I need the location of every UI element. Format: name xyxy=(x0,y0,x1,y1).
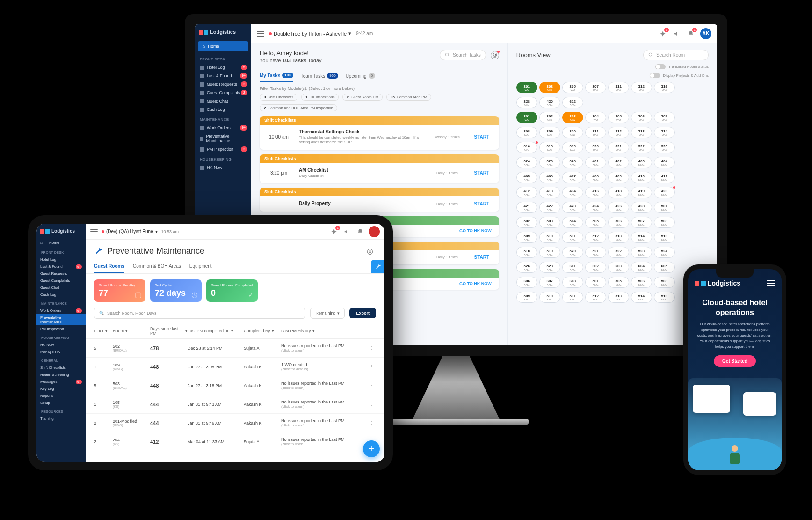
room-chip[interactable]: 306D/O xyxy=(631,112,652,123)
room-chip[interactable]: 328O/D xyxy=(516,97,537,108)
room-chip[interactable]: 524KNG xyxy=(654,247,675,258)
room-chip[interactable]: 303O/D xyxy=(539,82,560,93)
menu-icon[interactable] xyxy=(90,229,98,234)
room-chip[interactable]: 519KNG xyxy=(539,247,560,258)
tab-upcoming[interactable]: Upcoming0 xyxy=(346,70,375,82)
room-chip[interactable]: 308D/O xyxy=(516,127,537,138)
room-chip[interactable]: 320D/O xyxy=(585,142,606,153)
room-chip[interactable]: 424KNG xyxy=(585,202,606,213)
room-chip[interactable]: 612KNG xyxy=(562,97,583,108)
nav-item[interactable]: Cash Log xyxy=(195,105,251,114)
room-chip[interactable]: 526KNG xyxy=(516,262,537,273)
room-chip[interactable]: 528KNG xyxy=(539,262,560,273)
room-chip[interactable]: 516KNG xyxy=(654,232,675,243)
room-chip[interactable]: 301V/C xyxy=(516,82,537,93)
room-chip[interactable]: 521KNG xyxy=(585,247,606,258)
nav-item[interactable]: Guest Complaints2 xyxy=(195,88,251,97)
room-chip[interactable]: 411KNG xyxy=(654,172,675,183)
start-button[interactable]: START xyxy=(470,201,493,206)
search-tasks[interactable]: Search Tasks xyxy=(440,50,486,60)
toggle-translated[interactable]: Translated Room Status xyxy=(516,64,709,69)
room-chip[interactable]: 509KNG xyxy=(516,292,537,303)
room-chip[interactable]: 418KNG xyxy=(608,187,629,198)
room-chip[interactable]: 313D/O xyxy=(631,127,652,138)
room-chip[interactable]: 507KNG xyxy=(631,217,652,228)
room-chip[interactable]: 509KNG xyxy=(516,232,537,243)
room-chip[interactable]: 512KNG xyxy=(585,292,606,303)
rocket-icon[interactable]: 1 xyxy=(329,227,339,236)
col-last[interactable]: Last PM completed on ▾ xyxy=(188,326,244,336)
room-chip[interactable]: 318D/O xyxy=(539,142,560,153)
room-chip[interactable]: 409KNG xyxy=(608,172,629,183)
hotel-selector[interactable]: (Dev) (QA) Hyatt Pune▾ xyxy=(102,229,158,234)
col-days[interactable]: Days since last PM ▾ xyxy=(150,326,188,336)
room-chip[interactable]: 604KNG xyxy=(631,262,652,273)
filter-chip[interactable]: 95Common Area PM xyxy=(386,94,431,101)
room-chip[interactable]: 505KNG xyxy=(608,277,629,288)
room-chip[interactable]: 518KNG xyxy=(516,247,537,258)
room-chip[interactable]: 421KNG xyxy=(516,202,537,213)
room-chip[interactable]: 303O/C xyxy=(562,112,583,123)
room-chip[interactable]: 513KNG xyxy=(608,292,629,303)
room-chip[interactable]: 408KNG xyxy=(585,172,606,183)
room-chip[interactable]: 602KNG xyxy=(585,262,606,273)
nav-item[interactable]: Preventative Maintenance xyxy=(195,132,251,145)
room-chip[interactable]: 508KNG xyxy=(654,277,675,288)
menu-icon[interactable] xyxy=(257,31,264,37)
room-chip[interactable]: 419KNG xyxy=(631,187,652,198)
room-chip[interactable]: 502KNG xyxy=(516,217,537,228)
announce-icon[interactable] xyxy=(342,227,352,236)
pm-search-input[interactable]: 🔍Search Room, Floor, Days xyxy=(94,308,305,319)
room-chip[interactable]: 520KNG xyxy=(562,247,583,258)
nav-item[interactable]: Work Orders9+ xyxy=(195,124,251,132)
room-chip[interactable]: 420KNG xyxy=(654,187,675,198)
nav-home[interactable]: ⌂ Home xyxy=(36,238,86,247)
mentions-icon[interactable]: @ xyxy=(491,51,499,59)
room-chip[interactable]: 412KNG xyxy=(516,187,537,198)
nav-item[interactable]: Cash Log xyxy=(36,291,86,298)
get-started-button[interactable]: Get Started xyxy=(714,355,756,367)
avatar[interactable] xyxy=(369,226,380,237)
room-chip[interactable]: 426KNG xyxy=(608,202,629,213)
nav-item[interactable]: Preventative Maintenance xyxy=(36,314,86,325)
toggle-projects[interactable]: Display Projects & Add Ons xyxy=(516,73,709,78)
room-chip[interactable]: 309D/O xyxy=(539,127,560,138)
room-chip[interactable]: 606KNG xyxy=(516,277,537,288)
rocket-icon[interactable]: 1 xyxy=(658,29,667,38)
room-chip[interactable]: 514KNG xyxy=(631,232,652,243)
room-chip[interactable]: 605KNG xyxy=(654,262,675,273)
nav-item[interactable]: Key Log xyxy=(36,385,86,392)
room-chip[interactable]: 511KNG xyxy=(562,232,583,243)
room-chip[interactable]: 510KNG xyxy=(539,232,560,243)
room-chip[interactable]: 407KNG xyxy=(562,172,583,183)
filter-chip[interactable]: 2Guest Room PM xyxy=(342,94,383,101)
room-chip[interactable]: 406KNG xyxy=(539,172,560,183)
row-menu-icon[interactable]: ⋮ xyxy=(367,346,376,351)
room-chip[interactable]: 503KNG xyxy=(539,217,560,228)
table-row[interactable]: 5 502(BRIDAL) 478 Dec 28 at 5:14 PM Suja… xyxy=(86,339,384,358)
room-chip[interactable]: 324KNG xyxy=(516,157,537,168)
room-chip[interactable]: 506KNG xyxy=(631,277,652,288)
room-chip[interactable]: 301V/C xyxy=(516,112,537,123)
nav-item[interactable]: Messages9+ xyxy=(36,378,86,385)
nav-item[interactable]: Reports xyxy=(36,392,86,399)
tab-guest-rooms[interactable]: Guest Rooms xyxy=(94,260,124,273)
fab-add-button[interactable]: + xyxy=(363,440,380,457)
nav-item[interactable]: Setup xyxy=(36,399,86,406)
room-chip[interactable]: 322D/O xyxy=(631,142,652,153)
room-chip[interactable]: 416KNG xyxy=(585,187,606,198)
room-chip[interactable]: 404KNG xyxy=(654,157,675,168)
col-room[interactable]: Room ▾ xyxy=(113,326,150,336)
nav-item[interactable]: Manage HK xyxy=(36,348,86,355)
room-chip[interactable]: 504KNG xyxy=(562,217,583,228)
room-chip[interactable]: 310O/D xyxy=(562,127,583,138)
room-chip[interactable]: 401KNG xyxy=(585,157,606,168)
nav-item[interactable]: Guest Chat xyxy=(195,97,251,105)
nav-item[interactable]: HK Now xyxy=(195,163,251,172)
room-chip[interactable]: 311D/O xyxy=(585,127,606,138)
wrench-tool-button[interactable] xyxy=(371,260,384,273)
room-chip[interactable]: 307D/O xyxy=(654,112,675,123)
row-menu-icon[interactable]: ⋮ xyxy=(367,402,376,407)
room-chip[interactable]: 601KNG xyxy=(562,262,583,273)
room-chip[interactable]: 326KNG xyxy=(539,157,560,168)
